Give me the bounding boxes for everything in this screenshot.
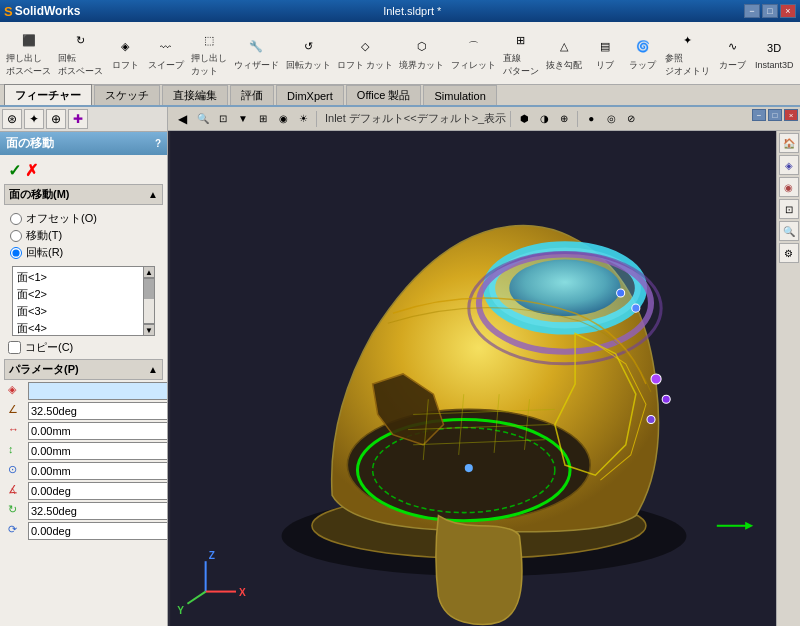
ok-button[interactable]: ✓ xyxy=(8,161,21,180)
scroll-up[interactable]: ▲ xyxy=(143,266,155,278)
toolbar-btn-11[interactable]: △ 抜き勾配 xyxy=(544,32,585,75)
inner-maximize[interactable]: □ xyxy=(768,109,782,121)
toolbar-btn-15[interactable]: ∿ カーブ xyxy=(714,32,750,75)
svg-text:X: X xyxy=(239,587,246,598)
radio-rotate[interactable]: 回転(R) xyxy=(10,245,157,260)
rt-btn-5[interactable]: 🔍 xyxy=(779,221,799,241)
tab-features[interactable]: フィーチャー xyxy=(4,84,92,105)
toolbar-btn-2[interactable]: ◈ ロフト xyxy=(107,32,143,75)
toolbar-btn-10[interactable]: ⊞ 直線パターン xyxy=(500,25,541,81)
vp-filter-icon[interactable]: ▼ xyxy=(234,110,252,128)
viewport[interactable]: − □ × ◀ 🔍 ⊡ ▼ ⊞ ◉ ☀ Inlet デフォルト<<デフォルト>_… xyxy=(168,107,800,626)
tab-evaluate[interactable]: 評価 xyxy=(230,85,274,105)
copy-checkbox-container[interactable]: コピー(C) xyxy=(8,340,159,355)
toolbar-btn-9[interactable]: ⌒ フィレット xyxy=(449,32,499,75)
param-row-6: ↻ ▲ ▼ xyxy=(8,502,159,520)
vp-orient-icon[interactable]: ⊞ xyxy=(254,110,272,128)
panel-help-button[interactable]: ? xyxy=(155,138,161,149)
toolbar-label-5: ウィザード xyxy=(234,59,279,72)
vp-shading-icon[interactable]: ⬢ xyxy=(515,110,533,128)
toolbar-icon-13: 🌀 xyxy=(631,35,655,59)
face-item-4[interactable]: 面<4> xyxy=(15,320,140,336)
face-item-2[interactable]: 面<2> xyxy=(15,286,140,303)
rt-btn-4[interactable]: ⊡ xyxy=(779,199,799,219)
vp-env-icon[interactable]: ◎ xyxy=(602,110,620,128)
rt-btn-2[interactable]: ◈ xyxy=(779,155,799,175)
vp-zoom-icon[interactable]: 🔍 xyxy=(194,110,212,128)
vp-view-icon[interactable]: ⊡ xyxy=(214,110,232,128)
param-input-4[interactable] xyxy=(28,462,167,480)
list-scrollbar[interactable]: ▲ ▼ xyxy=(143,266,155,336)
param-input-7[interactable] xyxy=(28,522,167,540)
toolbar-label-4: 押し出しカット xyxy=(191,52,227,78)
vp-sphere-icon[interactable]: ● xyxy=(582,110,600,128)
toolbar-btn-7[interactable]: ◇ ロフト カット xyxy=(335,32,395,75)
section-face-move[interactable]: 面の移動(M) ▲ xyxy=(4,184,163,205)
face-item-3[interactable]: 面<3> xyxy=(15,303,140,320)
param-input-0[interactable] xyxy=(28,382,167,400)
close-button[interactable]: × xyxy=(780,4,796,18)
inner-minimize[interactable]: − xyxy=(752,109,766,121)
radio-offset[interactable]: オフセット(O) xyxy=(10,211,157,226)
svg-point-14 xyxy=(662,395,670,403)
toolbar-btn-14[interactable]: ✦ 参照ジオメトリ xyxy=(663,25,713,81)
vp-display-icon[interactable]: ◉ xyxy=(274,110,292,128)
toolbar-icon-2: ◈ xyxy=(113,35,137,59)
rt-btn-6[interactable]: ⚙ xyxy=(779,243,799,263)
face-list[interactable]: 面<1> 面<2> 面<3> 面<4> 面<5> xyxy=(12,266,155,336)
scroll-down[interactable]: ▼ xyxy=(143,324,155,336)
minimize-button[interactable]: − xyxy=(744,4,760,18)
toolbar-btn-5[interactable]: 🔧 ウィザード xyxy=(232,32,282,75)
toolbar-btn-4[interactable]: ⬚ 押し出しカット xyxy=(188,25,229,81)
vp-separator-2 xyxy=(510,111,511,127)
tab-dimxpert[interactable]: DimXpert xyxy=(276,85,344,105)
panel-btn-1[interactable]: ⊛ xyxy=(2,109,22,129)
toolbar-icon-15: ∿ xyxy=(720,35,744,59)
maximize-button[interactable]: □ xyxy=(762,4,778,18)
param-input-2[interactable] xyxy=(28,422,167,440)
toolbar-btn-16[interactable]: 3D Instant3D xyxy=(752,33,796,73)
param-row-1: ∠ ▲ ▼ xyxy=(8,402,159,420)
scroll-thumb[interactable] xyxy=(144,279,154,299)
tab-office[interactable]: Office 製品 xyxy=(346,85,422,105)
toolbar-btn-1[interactable]: ↻ 回転ボスベース xyxy=(56,25,106,81)
toolbar-btn-6[interactable]: ↺ 回転カット xyxy=(283,32,333,75)
panel-btn-3[interactable]: ⊕ xyxy=(46,109,66,129)
rt-btn-1[interactable]: 🏠 xyxy=(779,133,799,153)
toolbar-icon-8: ⬡ xyxy=(410,35,434,59)
section-params[interactable]: パラメータ(P) ▲ xyxy=(4,359,163,380)
tab-simulation[interactable]: Simulation xyxy=(423,85,496,105)
vp-bg-icon[interactable]: ⊘ xyxy=(622,110,640,128)
face-item-1[interactable]: 面<1> xyxy=(15,269,140,286)
param-input-1[interactable] xyxy=(28,402,167,420)
toolbar-label-14: 参照ジオメトリ xyxy=(665,52,710,78)
vp-light-icon[interactable]: ☀ xyxy=(294,110,312,128)
param-input-3[interactable] xyxy=(28,442,167,460)
tab-direct-edit[interactable]: 直接編集 xyxy=(162,85,228,105)
toolbar-btn-8[interactable]: ⬡ 境界カット xyxy=(397,32,447,75)
vp-back-btn[interactable]: ◀ xyxy=(172,110,192,128)
toolbar-btn-0[interactable]: ⬛ 押し出しボスベース xyxy=(4,25,54,81)
rt-btn-3[interactable]: ◉ xyxy=(779,177,799,197)
inner-close[interactable]: × xyxy=(784,109,798,121)
toolbar-btn-12[interactable]: ▤ リブ xyxy=(587,32,623,75)
panel-btn-2[interactable]: ✦ xyxy=(24,109,44,129)
vp-more-icon[interactable]: ⊕ xyxy=(555,110,573,128)
tab-bar: フィーチャースケッチ直接編集評価DimXpertOffice 製品Simulat… xyxy=(0,85,800,107)
panel-header: 面の移動 ? xyxy=(0,132,167,155)
param-input-5[interactable] xyxy=(28,482,167,500)
param-input-6[interactable] xyxy=(28,502,167,520)
panel-btn-4[interactable]: ✚ xyxy=(68,109,88,129)
toolbar-btn-3[interactable]: 〰 スイープ xyxy=(145,32,186,75)
toolbar-btn-13[interactable]: 🌀 ラップ xyxy=(625,32,661,75)
toolbar-label-9: フィレット xyxy=(451,59,496,72)
toolbar-icon-7: ◇ xyxy=(353,35,377,59)
svg-point-17 xyxy=(617,289,625,297)
copy-checkbox[interactable] xyxy=(8,341,21,354)
toolbar-label-16: Instant3D xyxy=(755,60,794,70)
vp-render-icon[interactable]: ◑ xyxy=(535,110,553,128)
radio-translate[interactable]: 移動(T) xyxy=(10,228,157,243)
cancel-button[interactable]: ✗ xyxy=(25,161,38,180)
tab-sketch[interactable]: スケッチ xyxy=(94,85,160,105)
main-area: ⊛ ✦ ⊕ ✚ 面の移動 ? ✓ ✗ 面の移動(M) ▲ xyxy=(0,107,800,626)
